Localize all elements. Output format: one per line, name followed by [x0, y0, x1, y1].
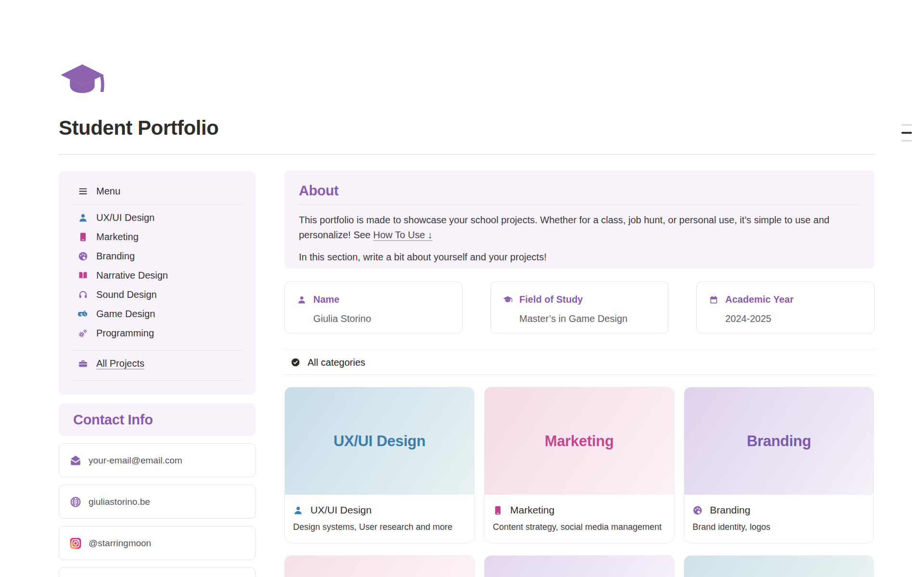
contact-info-heading: Contact Info [73, 412, 153, 428]
sidebar-item-programming[interactable]: Programming [78, 323, 243, 343]
category-nav: UX/UI Design Marketing Branding Narrativ… [78, 208, 243, 343]
category-cards-row: UX/UI Design UX/UI Design Design systems… [284, 387, 874, 543]
category-banner-title: UX/UI Design [334, 433, 425, 450]
category-filter-label: All categories [308, 357, 365, 368]
name-card: Name Giulia Storino [284, 282, 462, 333]
palette-icon [78, 251, 88, 261]
divider [71, 205, 243, 205]
academic-year-label: Academic Year [725, 294, 794, 305]
student-portfolio-page: in Student Portfolio Menu [0, 0, 924, 577]
contact-instagram-link[interactable]: @starringmoon [59, 526, 256, 560]
category-name: UX/UI Design [310, 504, 372, 516]
check-circle-icon [291, 358, 300, 367]
sidebar-item-game-design[interactable]: Game Design [78, 304, 243, 323]
main-content: About This portfolio is made to showcase… [284, 155, 874, 577]
category-banner [485, 556, 674, 577]
category-banner [684, 556, 873, 577]
category-banner [285, 556, 474, 577]
menu-card: Menu UX/UI Design Marketing Branding [59, 171, 256, 395]
divider [71, 350, 243, 351]
globe-icon [69, 496, 82, 508]
sidebar-item-sound-design[interactable]: Sound Design [78, 285, 243, 304]
category-description: Design systems, User research and more [293, 522, 463, 532]
category-cards-row-2 [284, 555, 874, 577]
category-card-partial-2[interactable] [484, 555, 674, 577]
toc-line[interactable] [901, 124, 912, 126]
category-banner: Marketing [485, 387, 674, 495]
profile-info-row: Name Giulia Storino Field of Study Maste… [284, 282, 874, 333]
user-icon [78, 213, 88, 223]
name-label: Name [313, 294, 339, 305]
toc-line[interactable] [901, 140, 912, 141]
graduation-cap-icon [503, 295, 513, 305]
gamepad-icon [78, 309, 88, 319]
sidebar-item-marketing[interactable]: Marketing [78, 227, 243, 246]
about-paragraph-1: This portfolio is made to showcase your … [299, 213, 860, 243]
category-card-partial-3[interactable] [684, 555, 874, 577]
academic-year-card: Academic Year 2024-2025 [696, 282, 874, 333]
field-of-study-label: Field of Study [519, 294, 583, 305]
how-to-use-link[interactable]: How To Use ↓ [373, 230, 433, 240]
category-banner: UX/UI Design [285, 387, 474, 495]
category-name: Branding [710, 504, 750, 516]
open-book-icon [78, 270, 88, 281]
category-filter[interactable]: All categories [284, 350, 874, 375]
gears-icon [78, 328, 88, 338]
calendar-icon [709, 295, 719, 305]
category-banner-title: Branding [747, 433, 811, 450]
category-banner-title: Marketing [545, 433, 614, 450]
contact-info-section: Contact Info [59, 403, 256, 436]
toc-line-active[interactable] [901, 132, 912, 134]
field-of-study-value: Master’s in Game Design [519, 313, 668, 324]
smartphone-icon [78, 232, 88, 242]
sidebar-item-all-projects[interactable]: All Projects [78, 354, 243, 373]
contact-email-link[interactable]: your-email@email.com [59, 443, 256, 477]
graduation-cap-icon [59, 63, 106, 101]
category-card-uxui-design[interactable]: UX/UI Design UX/UI Design Design systems… [284, 387, 475, 543]
divider [71, 380, 243, 381]
contact-linkedin-link[interactable]: Giulia Storino [59, 567, 256, 577]
name-value: Giulia Storino [313, 313, 462, 324]
smartphone-icon [493, 505, 503, 515]
category-description: Brand identity, logos [693, 522, 863, 532]
email-icon [69, 454, 82, 467]
hamburger-icon [78, 186, 88, 196]
about-section: About This portfolio is made to showcase… [284, 170, 874, 269]
user-icon [293, 505, 303, 515]
palette-icon [693, 505, 703, 515]
sidebar-item-narrative-design[interactable]: Narrative Design [78, 266, 243, 285]
contact-website-link[interactable]: giuliastorino.be [59, 485, 256, 519]
sidebar: Menu UX/UI Design Marketing Branding [59, 155, 256, 577]
divider [299, 205, 860, 205]
category-name: Marketing [510, 504, 554, 516]
category-description: Content strategy, social media managemen… [493, 522, 663, 532]
about-heading: About [299, 183, 860, 199]
category-card-branding[interactable]: Branding Branding Brand identity, logos [684, 387, 874, 543]
academic-year-value: 2024-2025 [725, 313, 874, 324]
menu-toggle[interactable]: Menu [78, 184, 243, 198]
category-card-partial-1[interactable] [284, 555, 475, 577]
page-header: Student Portfolio [0, 0, 924, 155]
table-of-contents-indicator[interactable] [901, 124, 912, 141]
category-banner: Branding [684, 387, 873, 495]
instagram-icon [69, 537, 82, 550]
sidebar-item-branding[interactable]: Branding [78, 246, 243, 266]
category-card-marketing[interactable]: Marketing Marketing Content strategy, so… [484, 387, 674, 543]
user-icon [297, 295, 307, 305]
field-of-study-card: Field of Study Master’s in Game Design [490, 282, 668, 333]
about-paragraph-2: In this section, write a bit about yours… [299, 250, 860, 265]
headphones-icon [78, 290, 88, 300]
briefcase-icon [78, 359, 88, 369]
menu-label: Menu [96, 186, 120, 197]
sidebar-item-uxui-design[interactable]: UX/UI Design [78, 208, 243, 227]
page-title: Student Portfolio [59, 116, 875, 140]
